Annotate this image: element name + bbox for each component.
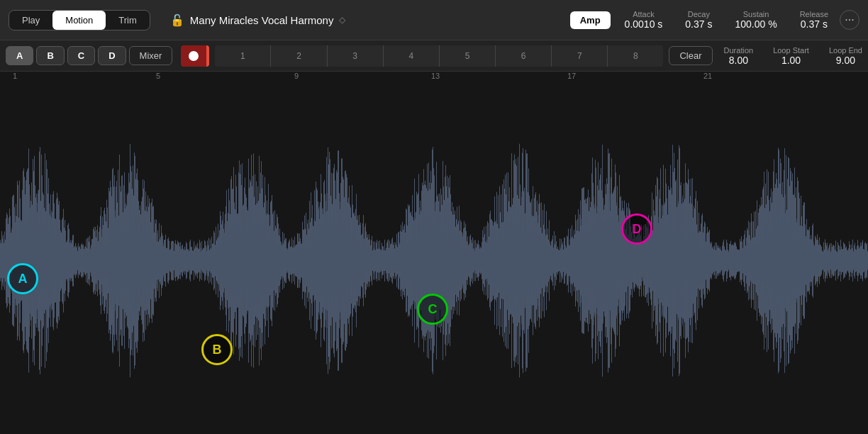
params-section: Attack 0.0010 s Decay 0.37 s Sustain 100… (625, 10, 828, 30)
track-info: 🔓 Many Miracles Vocal Harmony ◇ (170, 13, 559, 27)
loop-start-param: Loop Start 1.00 (773, 46, 809, 66)
clear-button[interactable]: Clear (669, 46, 712, 65)
release-value: 0.37 s (801, 18, 828, 30)
release-label: Release (800, 10, 828, 18)
loop-start-value: 1.00 (781, 55, 801, 66)
timeline-num-5: 5 (156, 72, 160, 80)
attack-param: Attack 0.0010 s (625, 10, 663, 30)
sustain-label: Sustain (743, 10, 769, 18)
mixer-button[interactable]: Mixer (129, 46, 173, 65)
marker-a-circle[interactable]: A (7, 263, 38, 294)
record-button[interactable] (181, 45, 206, 67)
marker-c-button[interactable]: C (67, 46, 95, 65)
waveform-canvas (0, 87, 868, 434)
attack-value: 0.0010 s (625, 18, 663, 30)
more-options-button[interactable]: ··· (840, 10, 859, 30)
loop-end-value: 9.00 (836, 55, 855, 66)
duration-params: Duration 8.00 Loop Start 1.00 Loop End 9… (724, 46, 862, 66)
marker-b-button[interactable]: B (36, 46, 64, 65)
record-section (181, 45, 209, 67)
attack-label: Attack (633, 10, 655, 18)
beat-marker-8: 8 (607, 45, 663, 67)
duration-label: Duration (724, 46, 754, 55)
motion-button[interactable]: Motion (52, 11, 106, 30)
beat-marker-7: 7 (551, 45, 607, 67)
sustain-param: Sustain 100.00 % (735, 10, 777, 30)
beat-marker-3: 3 (327, 45, 383, 67)
marker-d-circle[interactable]: D (621, 213, 652, 245)
beat-marker-5: 5 (439, 45, 495, 67)
decay-param: Decay 0.37 s (685, 10, 712, 30)
timeline-num-17: 17 (567, 72, 576, 80)
beat-marker-2: 2 (270, 45, 326, 67)
decay-value: 0.37 s (685, 18, 712, 30)
marker-a-button[interactable]: A (6, 46, 33, 65)
marker-d-button[interactable]: D (98, 46, 126, 65)
decay-label: Decay (688, 10, 710, 18)
transport-buttons: Play Motion Trim (9, 10, 150, 30)
timeline-num-1: 1 (13, 72, 17, 80)
beat-marker-4: 4 (383, 45, 439, 67)
beat-marker-6: 6 (495, 45, 551, 67)
timeline-num-13: 13 (431, 72, 440, 80)
beat-marker-1: 1 (215, 45, 270, 67)
top-bar: Play Motion Trim 🔓 Many Miracles Vocal H… (0, 0, 868, 40)
loop-end-param: Loop End 9.00 (829, 46, 862, 66)
duration-value: 8.00 (729, 55, 748, 66)
duration-param: Duration 8.00 (724, 46, 754, 66)
timeline-num-21: 21 (703, 72, 712, 80)
timeline-num-9: 9 (294, 72, 299, 80)
track-name: Many Miracles Vocal Harmony (190, 14, 334, 26)
sustain-value: 100.00 % (735, 18, 777, 30)
diamond-icon: ◇ (339, 15, 345, 25)
waveform-area[interactable]: 159131721 A B C D (0, 72, 868, 434)
second-bar: A B C D Mixer 12345678 Clear Duration 8.… (0, 40, 868, 72)
trim-button[interactable]: Trim (106, 11, 150, 30)
beat-ruler: 12345678 (215, 45, 663, 67)
play-button[interactable]: Play (9, 11, 52, 30)
timeline-numbers: 159131721 (0, 72, 868, 87)
record-dot (189, 51, 199, 61)
release-param: Release 0.37 s (800, 10, 828, 30)
loop-start-label: Loop Start (773, 46, 809, 55)
loop-marker (206, 45, 209, 67)
loop-end-label: Loop End (829, 46, 862, 55)
marker-c-circle[interactable]: C (417, 294, 448, 325)
marker-b-circle[interactable]: B (201, 334, 233, 365)
lock-icon: 🔓 (170, 13, 184, 27)
amp-button[interactable]: Amp (570, 11, 611, 29)
